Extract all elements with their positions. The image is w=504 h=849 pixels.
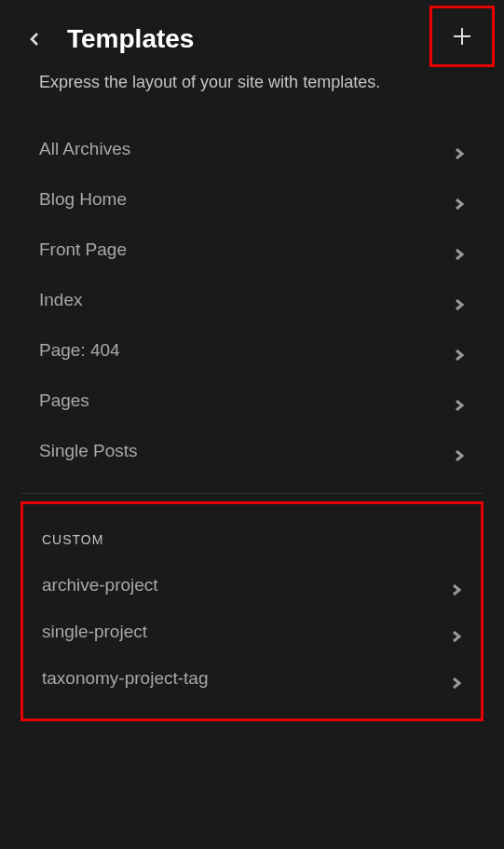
chevron-right-icon [454, 144, 465, 155]
template-item-blog-home[interactable]: Blog Home [20, 174, 484, 225]
template-item-label: Front Page [39, 240, 127, 260]
custom-template-item-single-project[interactable]: single-project [23, 609, 481, 655]
template-item-label: Blog Home [39, 189, 127, 210]
plus-icon [451, 25, 473, 48]
template-item-label: taxonomy-project-tag [42, 668, 208, 689]
template-item-front-page[interactable]: Front Page [20, 225, 484, 275]
template-item-label: Pages [39, 390, 89, 411]
template-item-label: All Archives [39, 139, 130, 159]
chevron-right-icon [451, 580, 462, 591]
custom-section-highlight: CUSTOM archive-project single-project ta… [20, 501, 484, 721]
section-divider [20, 493, 484, 494]
chevron-right-icon [454, 294, 465, 306]
templates-list: All Archives Blog Home Front Page Index … [0, 124, 504, 476]
chevron-right-icon [454, 244, 465, 255]
back-button[interactable] [19, 22, 52, 56]
template-item-all-archives[interactable]: All Archives [20, 124, 484, 174]
panel-description: Express the layout of your site with tem… [0, 71, 504, 124]
chevron-right-icon [454, 194, 465, 205]
panel-header: Templates [0, 0, 504, 71]
template-item-label: Index [39, 290, 82, 310]
template-item-single-posts[interactable]: Single Posts [20, 426, 484, 476]
template-item-label: Single Posts [39, 441, 138, 461]
template-item-label: archive-project [42, 575, 158, 596]
chevron-right-icon [454, 345, 465, 356]
chevron-left-icon [28, 32, 43, 47]
custom-section-heading: CUSTOM [23, 504, 481, 562]
chevron-right-icon [454, 445, 465, 457]
template-item-page-404[interactable]: Page: 404 [20, 325, 484, 376]
custom-templates-list: archive-project single-project taxonomy-… [23, 562, 481, 702]
add-template-button[interactable] [434, 10, 490, 62]
template-item-index[interactable]: Index [20, 275, 484, 325]
add-button-highlight [429, 6, 495, 67]
custom-template-item-taxonomy-project-tag[interactable]: taxonomy-project-tag [23, 655, 481, 702]
template-item-pages[interactable]: Pages [20, 376, 484, 426]
template-item-label: Page: 404 [39, 340, 120, 361]
chevron-right-icon [454, 395, 465, 406]
template-item-label: single-project [42, 622, 147, 642]
chevron-right-icon [451, 626, 462, 637]
custom-template-item-archive-project[interactable]: archive-project [23, 562, 481, 609]
page-title: Templates [67, 24, 194, 54]
chevron-right-icon [451, 673, 462, 684]
